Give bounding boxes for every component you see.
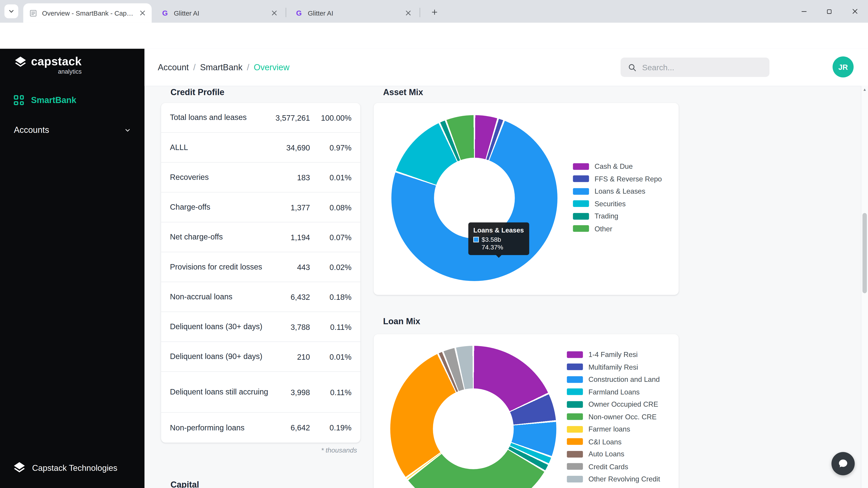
scrollbar-up-arrow[interactable]: ▲ [862, 88, 868, 91]
legend-item[interactable]: Auto Loans [567, 450, 660, 457]
asset-mix-legend: Cash & DueFFS & Reverse RepoLoans & Leas… [573, 163, 662, 232]
legend-item[interactable]: C&I Loans [567, 438, 660, 445]
row-value: 34,690 [272, 143, 310, 152]
table-footnote: * thousands [321, 447, 357, 454]
row-percent: 0.02% [310, 263, 351, 271]
row-percent: 100.00% [310, 113, 351, 122]
legend-item[interactable]: Construction and Land [567, 376, 660, 383]
row-percent: 0.97% [310, 143, 351, 152]
tooltip-swatch [473, 237, 479, 242]
search-box[interactable] [620, 58, 770, 77]
row-value: 3,788 [272, 322, 310, 331]
legend-swatch [573, 225, 589, 232]
legend-swatch [567, 363, 583, 370]
legend-swatch [567, 401, 583, 408]
tab-close-icon[interactable] [138, 8, 147, 18]
tooltip-percent: 74.37% [482, 244, 524, 251]
row-value: 3,577,261 [272, 113, 310, 122]
legend-swatch [573, 175, 589, 182]
window-minimize-button[interactable] [791, 0, 817, 23]
window-maximize-button[interactable] [816, 0, 842, 23]
legend-item[interactable]: Non-owner Occ. CRE [567, 413, 660, 420]
close-icon [850, 7, 859, 15]
layers-logo-icon [13, 55, 28, 69]
legend-label: Securities [594, 199, 626, 208]
legend-item[interactable]: Other [573, 225, 662, 232]
legend-label: C&I Loans [588, 437, 621, 446]
minimize-icon [800, 7, 808, 15]
tab-search-button[interactable] [4, 4, 18, 18]
new-tab-button[interactable] [428, 5, 441, 19]
user-avatar[interactable]: JR [833, 57, 854, 77]
legend-item[interactable]: Farmland Loans [567, 388, 660, 395]
charts-column: Asset Mix Cash & DueFFS & Reverse RepoLo… [374, 86, 679, 488]
scrollbar-thumb[interactable] [863, 213, 867, 293]
legend-label: Multifamily Resi [588, 363, 638, 371]
legend-item[interactable]: Trading [573, 213, 662, 220]
capital-section-title: Capital [170, 480, 199, 488]
legend-item[interactable]: Farmer loans [567, 425, 660, 433]
chat-widget-button[interactable] [831, 452, 855, 475]
tab-close-icon[interactable] [270, 8, 279, 18]
legend-item[interactable]: Securities [573, 200, 662, 207]
browser-tab-overview[interactable]: Overview - SmartBank - Capstack [23, 3, 152, 23]
legend-item[interactable]: Cash & Due [573, 163, 662, 170]
table-row: ALLL 34,690 0.97% [161, 133, 361, 163]
legend-label: Owner Occupied CRE [588, 400, 658, 409]
chat-bubble-icon [837, 458, 848, 469]
legend-swatch [567, 438, 583, 445]
browser-tab-glitter-1[interactable]: G Glitter AI [155, 3, 283, 23]
page-content: Credit Profile Total loans and leases 3,… [145, 86, 868, 488]
search-icon [628, 63, 637, 72]
legend-item[interactable]: Multifamily Resi [567, 363, 660, 370]
credit-profile-section: Credit Profile Total loans and leases 3,… [161, 86, 361, 488]
legend-swatch [567, 426, 583, 432]
breadcrumb: Account / SmartBank / Overview [158, 49, 289, 86]
asset-mix-donut-chart[interactable] [391, 115, 557, 281]
page-scrollbar[interactable]: ▲ [861, 86, 868, 488]
row-value: 1,377 [272, 203, 310, 212]
sidebar-item-smartbank[interactable]: SmartBank [14, 95, 76, 105]
legend-label: FFS & Reverse Repo [594, 175, 662, 183]
window-close-button[interactable] [842, 0, 868, 23]
breadcrumb-account[interactable]: Account [158, 62, 189, 72]
sidebar-item-accounts[interactable]: Accounts [14, 125, 131, 135]
legend-item[interactable]: Other Revolving Credit [567, 475, 660, 483]
legend-item[interactable]: Owner Occupied CRE [567, 400, 660, 408]
tab-close-icon[interactable] [403, 8, 413, 18]
capstack-logo[interactable]: capstack analytics [13, 55, 82, 74]
footer-label: Capstack Technologies [32, 463, 117, 473]
legend-label: Trading [594, 212, 618, 220]
legend-item[interactable]: 1-4 Family Resi [567, 351, 660, 358]
row-label: Recoveries [170, 172, 272, 183]
browser-tab-glitter-2[interactable]: G Glitter AI [289, 3, 417, 23]
row-percent: 0.01% [310, 173, 351, 182]
legend-label: Cash & Due [594, 162, 633, 170]
loan-mix-donut-chart[interactable] [391, 346, 557, 488]
table-row: Deliquent loans (90+ days) 210 0.01% [161, 342, 361, 372]
legend-swatch [567, 463, 583, 470]
breadcrumb-smartbank[interactable]: SmartBank [200, 62, 243, 72]
tab-divider [420, 8, 420, 17]
row-value: 443 [272, 263, 310, 271]
row-percent: 0.08% [310, 203, 351, 212]
legend-label: Loans & Leases [594, 187, 645, 195]
loan-mix-legend: 1-4 Family ResiMultifamily ResiConstruct… [567, 351, 660, 483]
legend-swatch [567, 413, 583, 420]
legend-item[interactable]: FFS & Reverse Repo [573, 175, 662, 182]
legend-label: Construction and Land [588, 375, 659, 383]
legend-swatch [567, 476, 583, 482]
legend-swatch [567, 388, 583, 395]
breadcrumb-separator: / [193, 62, 196, 72]
row-percent: 0.01% [310, 352, 351, 361]
legend-label: Other [594, 224, 612, 233]
row-percent: 0.11% [310, 322, 351, 331]
loan-mix-title: Loan Mix [383, 317, 421, 326]
breadcrumb-overview[interactable]: Overview [254, 62, 289, 72]
legend-item[interactable]: Loans & Leases [573, 188, 662, 195]
legend-item[interactable]: Credit Cards [567, 463, 660, 470]
table-row: Deliquent loans still accruing 3,998 0.1… [161, 372, 361, 413]
table-row: Non-accrual loans 6,432 0.18% [161, 282, 361, 312]
search-input[interactable] [642, 63, 770, 72]
legend-swatch [567, 351, 583, 358]
